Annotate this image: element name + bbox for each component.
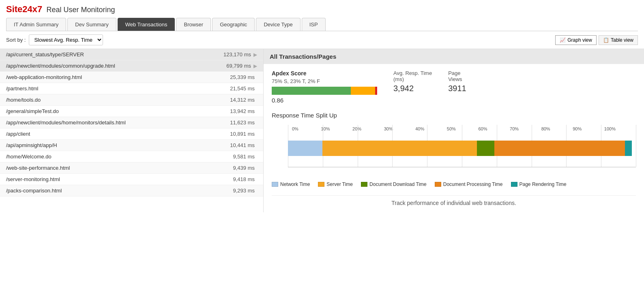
url-row[interactable]: /partners.html21,545 ms xyxy=(0,83,263,94)
legend-label: Page Rendering Time xyxy=(519,181,567,187)
url-row[interactable]: /home/tools.do14,312 ms xyxy=(0,94,263,106)
url-ms: 11,623 ms xyxy=(230,120,255,126)
grid-line xyxy=(636,125,636,167)
stacked-bar xyxy=(288,141,632,156)
panel-title: All Transactions/Pages xyxy=(264,49,644,64)
url-list: /api/current_status/type/SERVER123,170 m… xyxy=(0,49,263,196)
avg-resp-value: 3,942 xyxy=(393,84,432,93)
bar-doc-processing xyxy=(494,141,625,156)
url-ms: 9,418 ms xyxy=(233,176,255,182)
tab-isp[interactable]: ISP xyxy=(302,18,326,31)
sort-select[interactable]: Slowest Avg. Resp. TimeFastest Avg. Resp… xyxy=(29,34,103,45)
bar-server xyxy=(322,141,477,156)
url-row[interactable]: /app/client10,891 ms xyxy=(0,128,263,140)
url-row[interactable]: /api/apminsight/app/H10,441 ms xyxy=(0,140,263,151)
apdex-formula: 75% S, 23% T, 2% F xyxy=(272,78,377,84)
apdex-red-bar xyxy=(375,87,377,95)
avg-resp-label: Avg. Resp. Time(ms) xyxy=(393,70,432,82)
url-ms: 9,581 ms xyxy=(233,154,255,160)
url-row[interactable]: /home/Welcome.do9,581 ms xyxy=(0,151,263,162)
toolbar: Sort by : Slowest Avg. Resp. TimeFastest… xyxy=(0,31,644,49)
url-row[interactable]: /web-application-monitoring.html25,339 m… xyxy=(0,72,263,83)
graph-view-button[interactable]: 📈 Graph view xyxy=(555,35,597,45)
logo-site: Site xyxy=(6,4,22,14)
url-text: /api/apminsight/app/H xyxy=(6,142,230,148)
table-view-button[interactable]: 📋 Table view xyxy=(599,35,638,45)
legend: Network TimeServer TimeDocument Download… xyxy=(272,181,636,187)
legend-item-server-time: Server Time xyxy=(318,181,353,187)
response-section: Response Time Split Up xyxy=(272,112,636,187)
url-ms: 10,891 ms xyxy=(230,131,255,137)
sort-section: Sort by : Slowest Avg. Resp. TimeFastest… xyxy=(6,34,103,45)
url-ms: 13,942 ms xyxy=(230,108,255,114)
logo-num: 24x7 xyxy=(22,4,42,14)
url-row[interactable]: /general/simpleTest.do13,942 ms xyxy=(0,106,263,117)
url-text: /home/tools.do xyxy=(6,97,230,103)
legend-color xyxy=(318,182,324,187)
apdex-score: 0.86 xyxy=(272,97,377,104)
arrow-icon: ▶ xyxy=(253,52,257,58)
legend-item-page-rendering-time: Page Rendering Time xyxy=(511,181,567,187)
url-text: /partners.html xyxy=(6,85,230,92)
bar-page-render xyxy=(625,141,632,156)
page-views-label: PageViews xyxy=(448,70,466,82)
url-ms: 123,170 ms xyxy=(223,51,251,58)
table-view-label: Table view xyxy=(611,37,633,43)
legend-item-network-time: Network Time xyxy=(272,181,310,187)
main-content: /api/current_status/type/SERVER123,170 m… xyxy=(0,49,644,212)
tab-it-admin-summary[interactable]: IT Admin Summary xyxy=(6,18,66,31)
tab-geographic[interactable]: Geographic xyxy=(212,18,255,31)
graph-icon: 📈 xyxy=(560,37,566,43)
url-text: /api/current_status/type/SERVER xyxy=(6,51,223,58)
response-title: Response Time Split Up xyxy=(272,112,636,119)
url-row[interactable]: /app/newclient/modules/home/monitors/det… xyxy=(0,117,263,128)
legend-color xyxy=(511,182,517,187)
bar-wrapper xyxy=(288,131,632,165)
legend-label: Document Download Time xyxy=(369,181,427,187)
url-text: /web-site-performance.html xyxy=(6,165,233,171)
arrow-icon: ▶ xyxy=(253,63,257,69)
url-text: /app/client xyxy=(6,131,230,137)
url-ms: 14,312 ms xyxy=(230,97,255,103)
tab-dev-summary[interactable]: Dev Summary xyxy=(67,18,116,31)
apdex-green-bar xyxy=(272,87,351,95)
url-list-panel: /api/current_status/type/SERVER123,170 m… xyxy=(0,49,264,212)
metrics-row: Apdex Score 75% S, 23% T, 2% F 0.86 Avg.… xyxy=(272,70,636,104)
legend-color xyxy=(272,182,278,187)
page-views-value: 3911 xyxy=(448,84,466,93)
right-panel: All Transactions/Pages Apdex Score 75% S… xyxy=(264,49,644,212)
url-row[interactable]: /server-monitoring.html9,418 ms xyxy=(0,174,263,185)
logo: Site24x7 Real User Monitoring xyxy=(6,4,638,15)
table-icon: 📋 xyxy=(603,37,609,43)
legend-color xyxy=(361,182,367,187)
url-text: /home/Welcome.do xyxy=(6,154,233,160)
url-ms: 69,799 ms xyxy=(226,63,251,69)
legend-label: Server Time xyxy=(326,181,353,187)
url-ms: 21,545 ms xyxy=(230,85,255,92)
url-row[interactable]: /packs-comparison.html9,293 ms xyxy=(0,185,263,196)
url-text: /app/newclient/modules/common/upgrade.ht… xyxy=(6,63,226,69)
legend-item-doc-processing-time: Document Processing Time xyxy=(435,181,503,187)
apdex-label: Apdex Score xyxy=(272,70,377,77)
url-text: /web-application-monitoring.html xyxy=(6,74,230,80)
graph-view-label: Graph view xyxy=(567,37,592,43)
legend-item-doc-download-time: Document Download Time xyxy=(361,181,427,187)
legend-label: Document Processing Time xyxy=(443,181,503,187)
apdex-block: Apdex Score 75% S, 23% T, 2% F 0.86 xyxy=(272,70,377,104)
url-row[interactable]: /api/current_status/type/SERVER123,170 m… xyxy=(0,49,263,60)
url-row[interactable]: /app/newclient/modules/common/upgrade.ht… xyxy=(0,60,263,72)
tab-browser[interactable]: Browser xyxy=(176,18,211,31)
logo-product: Real User Monitoring xyxy=(46,6,115,14)
tab-web-transactions[interactable]: Web Transactions xyxy=(118,18,175,31)
legend-label: Network Time xyxy=(280,181,310,187)
bar-doc-download xyxy=(477,141,494,156)
url-ms: 9,439 ms xyxy=(233,165,255,171)
tab-device-type[interactable]: Device Type xyxy=(256,18,300,31)
chart-area: 0%10%20%30%40%50%60%70%80%90%100% xyxy=(272,125,636,177)
sort-label: Sort by : xyxy=(6,37,26,43)
url-row[interactable]: /web-site-performance.html9,439 ms xyxy=(0,162,263,174)
track-text: Track performance of individual web tran… xyxy=(272,195,636,206)
url-ms: 25,339 ms xyxy=(230,74,255,80)
url-ms: 10,441 ms xyxy=(230,142,255,148)
apdex-yellow-bar xyxy=(351,87,375,95)
